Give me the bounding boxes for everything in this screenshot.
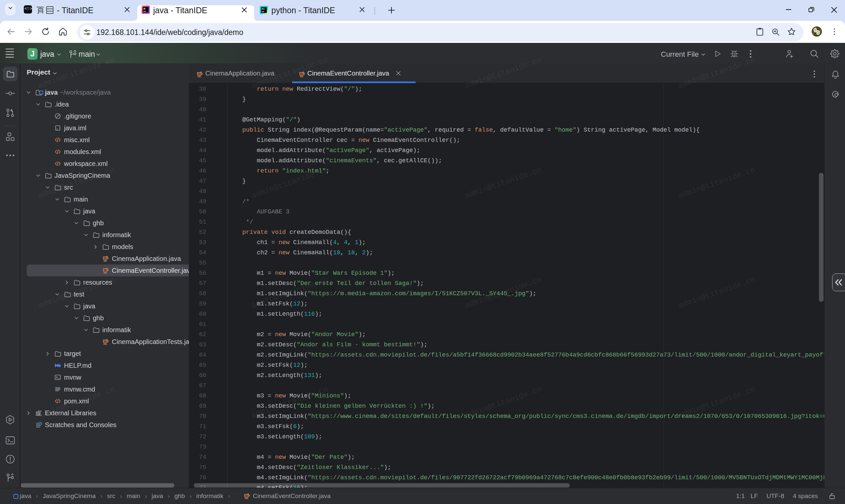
svg-text:PC: PC bbox=[262, 8, 265, 10]
svg-text:IE: IE bbox=[144, 7, 146, 10]
